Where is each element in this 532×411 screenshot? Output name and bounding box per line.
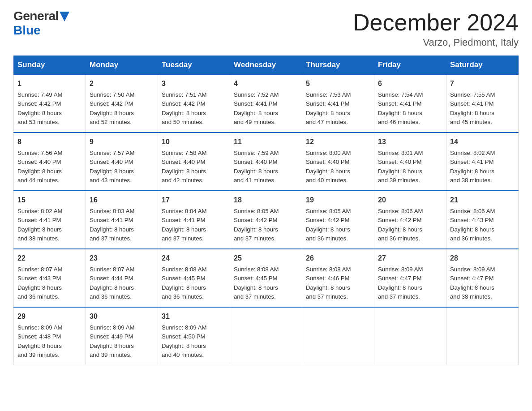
day-number: 16 bbox=[90, 195, 154, 206]
day-info: Sunrise: 8:02 AMSunset: 4:41 PMDaylight:… bbox=[17, 208, 62, 242]
calendar-cell: 5 Sunrise: 7:53 AMSunset: 4:41 PMDayligh… bbox=[302, 74, 374, 133]
day-info: Sunrise: 7:56 AMSunset: 4:40 PMDaylight:… bbox=[17, 150, 62, 184]
day-info: Sunrise: 8:08 AMSunset: 4:46 PMDaylight:… bbox=[306, 266, 351, 300]
day-info: Sunrise: 7:52 AMSunset: 4:41 PMDaylight:… bbox=[234, 91, 279, 125]
calendar-cell: 23 Sunrise: 8:07 AMSunset: 4:44 PMDaylig… bbox=[86, 249, 158, 307]
day-info: Sunrise: 8:09 AMSunset: 4:48 PMDaylight:… bbox=[17, 324, 62, 358]
calendar-cell bbox=[374, 307, 446, 365]
day-info: Sunrise: 8:07 AMSunset: 4:44 PMDaylight:… bbox=[90, 266, 134, 300]
day-number: 24 bbox=[162, 253, 226, 264]
day-number: 31 bbox=[162, 311, 226, 322]
calendar-cell: 26 Sunrise: 8:08 AMSunset: 4:46 PMDaylig… bbox=[302, 249, 374, 307]
day-info: Sunrise: 7:53 AMSunset: 4:41 PMDaylight:… bbox=[306, 91, 351, 125]
calendar-cell: 22 Sunrise: 8:07 AMSunset: 4:43 PMDaylig… bbox=[14, 249, 86, 307]
calendar-cell: 8 Sunrise: 7:56 AMSunset: 4:40 PMDayligh… bbox=[14, 133, 86, 191]
location-title: Varzo, Piedmont, Italy bbox=[353, 37, 519, 48]
day-info: Sunrise: 7:59 AMSunset: 4:40 PMDaylight:… bbox=[234, 150, 279, 184]
calendar-cell: 20 Sunrise: 8:06 AMSunset: 4:42 PMDaylig… bbox=[374, 191, 446, 249]
day-number: 13 bbox=[378, 137, 442, 147]
calendar-cell: 25 Sunrise: 8:08 AMSunset: 4:45 PMDaylig… bbox=[230, 249, 302, 307]
day-number: 29 bbox=[17, 311, 82, 322]
calendar-week-row: 8 Sunrise: 7:56 AMSunset: 4:40 PMDayligh… bbox=[14, 133, 519, 191]
day-info: Sunrise: 8:00 AMSunset: 4:40 PMDaylight:… bbox=[306, 150, 351, 184]
day-number: 26 bbox=[306, 253, 370, 264]
calendar-body: 1 Sunrise: 7:49 AMSunset: 4:42 PMDayligh… bbox=[14, 74, 519, 365]
calendar-cell: 12 Sunrise: 8:00 AMSunset: 4:40 PMDaylig… bbox=[302, 133, 374, 191]
day-number: 20 bbox=[378, 195, 442, 206]
calendar-cell: 6 Sunrise: 7:54 AMSunset: 4:41 PMDayligh… bbox=[374, 74, 446, 133]
day-info: Sunrise: 8:04 AMSunset: 4:41 PMDaylight:… bbox=[162, 208, 206, 242]
calendar-week-row: 22 Sunrise: 8:07 AMSunset: 4:43 PMDaylig… bbox=[14, 249, 519, 307]
day-info: Sunrise: 8:09 AMSunset: 4:49 PMDaylight:… bbox=[90, 324, 134, 358]
day-number: 25 bbox=[234, 253, 298, 264]
col-header-monday: Monday bbox=[86, 56, 158, 75]
calendar-header-row: SundayMondayTuesdayWednesdayThursdayFrid… bbox=[14, 56, 519, 75]
col-header-saturday: Saturday bbox=[446, 56, 519, 75]
day-number: 3 bbox=[162, 78, 226, 89]
col-header-sunday: Sunday bbox=[14, 56, 86, 75]
day-number: 2 bbox=[90, 78, 154, 89]
col-header-tuesday: Tuesday bbox=[158, 56, 230, 75]
calendar-cell: 15 Sunrise: 8:02 AMSunset: 4:41 PMDaylig… bbox=[14, 191, 86, 249]
day-info: Sunrise: 7:49 AMSunset: 4:42 PMDaylight:… bbox=[17, 91, 62, 125]
calendar-week-row: 15 Sunrise: 8:02 AMSunset: 4:41 PMDaylig… bbox=[14, 191, 519, 249]
day-number: 17 bbox=[162, 195, 226, 206]
calendar-cell: 13 Sunrise: 8:01 AMSunset: 4:40 PMDaylig… bbox=[374, 133, 446, 191]
day-info: Sunrise: 7:54 AMSunset: 4:41 PMDaylight:… bbox=[378, 91, 423, 125]
month-title: December 2024 bbox=[353, 9, 519, 36]
calendar-table: SundayMondayTuesdayWednesdayThursdayFrid… bbox=[13, 56, 519, 365]
calendar-cell: 30 Sunrise: 8:09 AMSunset: 4:49 PMDaylig… bbox=[86, 307, 158, 365]
calendar-cell: 29 Sunrise: 8:09 AMSunset: 4:48 PMDaylig… bbox=[14, 307, 86, 365]
day-info: Sunrise: 7:50 AMSunset: 4:42 PMDaylight:… bbox=[90, 91, 134, 125]
day-info: Sunrise: 8:01 AMSunset: 4:40 PMDaylight:… bbox=[378, 150, 423, 184]
calendar-cell bbox=[446, 307, 519, 365]
day-info: Sunrise: 7:51 AMSunset: 4:42 PMDaylight:… bbox=[162, 91, 206, 125]
day-number: 1 bbox=[17, 78, 82, 89]
day-number: 22 bbox=[17, 253, 82, 264]
logo-triangle-icon bbox=[60, 12, 69, 21]
day-number: 8 bbox=[17, 137, 82, 147]
day-number: 14 bbox=[450, 137, 515, 147]
calendar-cell: 1 Sunrise: 7:49 AMSunset: 4:42 PMDayligh… bbox=[14, 74, 86, 133]
day-info: Sunrise: 8:06 AMSunset: 4:43 PMDaylight:… bbox=[450, 208, 495, 242]
calendar-cell: 17 Sunrise: 8:04 AMSunset: 4:41 PMDaylig… bbox=[158, 191, 230, 249]
calendar-cell: 28 Sunrise: 8:09 AMSunset: 4:47 PMDaylig… bbox=[446, 249, 519, 307]
page-header: General Blue December 2024 Varzo, Piedmo… bbox=[13, 9, 519, 48]
day-number: 30 bbox=[90, 311, 154, 322]
day-info: Sunrise: 8:03 AMSunset: 4:41 PMDaylight:… bbox=[90, 208, 134, 242]
calendar-week-row: 29 Sunrise: 8:09 AMSunset: 4:48 PMDaylig… bbox=[14, 307, 519, 365]
day-number: 11 bbox=[234, 137, 298, 147]
day-number: 4 bbox=[234, 78, 298, 89]
calendar-cell: 18 Sunrise: 8:05 AMSunset: 4:42 PMDaylig… bbox=[230, 191, 302, 249]
day-number: 10 bbox=[162, 137, 226, 147]
day-number: 5 bbox=[306, 78, 370, 89]
day-number: 9 bbox=[90, 137, 154, 147]
calendar-cell: 31 Sunrise: 8:09 AMSunset: 4:50 PMDaylig… bbox=[158, 307, 230, 365]
day-number: 15 bbox=[17, 195, 82, 206]
day-number: 6 bbox=[378, 78, 442, 89]
day-info: Sunrise: 8:08 AMSunset: 4:45 PMDaylight:… bbox=[234, 266, 279, 300]
day-info: Sunrise: 8:02 AMSunset: 4:41 PMDaylight:… bbox=[450, 150, 495, 184]
calendar-cell: 3 Sunrise: 7:51 AMSunset: 4:42 PMDayligh… bbox=[158, 74, 230, 133]
calendar-cell: 21 Sunrise: 8:06 AMSunset: 4:43 PMDaylig… bbox=[446, 191, 519, 249]
calendar-cell: 11 Sunrise: 7:59 AMSunset: 4:40 PMDaylig… bbox=[230, 133, 302, 191]
day-number: 19 bbox=[306, 195, 370, 206]
logo-blue-text: Blue bbox=[13, 23, 41, 38]
calendar-cell: 19 Sunrise: 8:05 AMSunset: 4:42 PMDaylig… bbox=[302, 191, 374, 249]
day-info: Sunrise: 8:06 AMSunset: 4:42 PMDaylight:… bbox=[378, 208, 423, 242]
day-number: 21 bbox=[450, 195, 515, 206]
col-header-wednesday: Wednesday bbox=[230, 56, 302, 75]
day-number: 7 bbox=[450, 78, 515, 89]
day-info: Sunrise: 8:09 AMSunset: 4:47 PMDaylight:… bbox=[378, 266, 423, 300]
day-number: 23 bbox=[90, 253, 154, 264]
day-info: Sunrise: 8:05 AMSunset: 4:42 PMDaylight:… bbox=[234, 208, 279, 242]
col-header-friday: Friday bbox=[374, 56, 446, 75]
calendar-cell: 10 Sunrise: 7:58 AMSunset: 4:40 PMDaylig… bbox=[158, 133, 230, 191]
day-info: Sunrise: 8:07 AMSunset: 4:43 PMDaylight:… bbox=[17, 266, 62, 300]
col-header-thursday: Thursday bbox=[302, 56, 374, 75]
day-info: Sunrise: 8:08 AMSunset: 4:45 PMDaylight:… bbox=[162, 266, 206, 300]
calendar-cell: 7 Sunrise: 7:55 AMSunset: 4:41 PMDayligh… bbox=[446, 74, 519, 133]
day-info: Sunrise: 8:09 AMSunset: 4:47 PMDaylight:… bbox=[450, 266, 495, 300]
logo: General Blue bbox=[13, 9, 69, 38]
day-number: 18 bbox=[234, 195, 298, 206]
